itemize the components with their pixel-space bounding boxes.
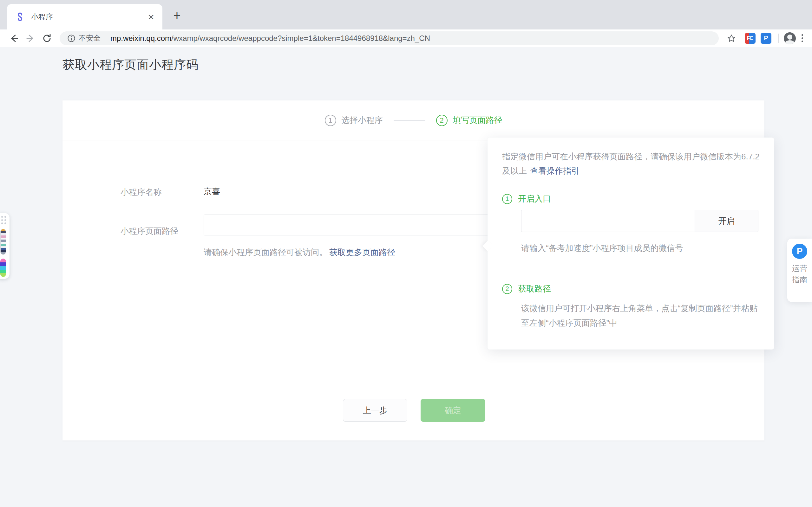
omnibox-divider [105,34,105,43]
popover-step-1-title: 开启入口 [518,193,551,205]
popover-step-connector [507,210,507,275]
path-helper: 请确保小程序页面路径可被访问。获取更多页面路径 [204,247,395,258]
extension-fe-icon[interactable]: FE [745,33,756,44]
path-helper-text: 请确保小程序页面路径可被访问。 [204,247,327,257]
get-more-paths-link[interactable]: 获取更多页面路径 [329,247,395,257]
back-icon[interactable] [6,30,22,47]
tab-close-icon[interactable]: × [148,11,154,22]
page-title: 获取小程序页面小程序码 [62,57,199,73]
view-guide-link[interactable]: 查看操作指引 [530,166,579,176]
site-info-icon[interactable] [67,34,75,43]
popover-intro: 指定微信用户可在小程序获得页面路径，请确保该用户微信版本为6.7.2及以上查看操… [502,150,762,178]
url-path: /wxamp/wxaqrcode/weappcode?simple=1&toke… [171,34,430,43]
popover-step-1-circle: 1 [502,194,512,204]
color-gradient-palette[interactable] [0,259,6,277]
operation-guide-widget[interactable]: P 运营 指南 [787,239,812,302]
browser-toolbar: 不安全 mp.weixin.qq.com/wxamp/wxaqrcode/wea… [0,30,812,47]
stepper-connector [394,120,425,121]
main-card: 1 选择小程序 2 填写页面路径 小程序名称 京喜 小程序页面路径 请确保小程序… [62,101,764,441]
address-bar[interactable]: 不安全 mp.weixin.qq.com/wxamp/wxaqrcode/wea… [60,32,719,45]
confirm-button[interactable]: 确定 [420,399,485,422]
drag-handle-icon[interactable] [1,216,8,224]
step-1-label: 选择小程序 [342,115,383,126]
page-path-input[interactable] [204,215,496,235]
wechat-id-input[interactable] [521,210,695,232]
page-path-label: 小程序页面路径 [120,226,178,237]
stepper: 1 选择小程序 2 填写页面路径 [62,101,764,140]
browser-tab[interactable]: 小程序 × [7,4,162,30]
operation-guide-icon[interactable]: P [792,244,807,259]
color-stripe-palette[interactable] [0,229,6,255]
tab-title: 小程序 [31,12,148,22]
url-domain: mp.weixin.qq.com [110,34,171,43]
prev-step-button[interactable]: 上一步 [343,399,407,422]
toolbar-divider [778,34,779,43]
wechat-id-input-group: 开启 [521,210,758,232]
path-guide-popover: 指定微信用户可在小程序获得页面路径，请确保该用户微信版本为6.7.2及以上查看操… [488,137,774,349]
step-2-circle: 2 [436,115,448,126]
miniprogram-name-value: 京喜 [204,186,220,197]
popover-step-2-circle: 2 [502,284,512,294]
page-body: 获取小程序页面小程序码 1 选择小程序 2 填写页面路径 小程序名称 京喜 小程… [0,47,812,507]
profile-avatar[interactable] [784,32,796,44]
step-select-miniprogram: 1 选择小程序 [325,115,383,126]
popover-step-2-header: 2 获取路径 [502,283,551,294]
browser-menu-icon[interactable] [802,34,803,42]
url-text[interactable]: mp.weixin.qq.com/wxamp/wxaqrcode/weappco… [110,34,430,43]
step-1-circle: 1 [325,115,336,126]
miniprogram-name-label: 小程序名称 [120,187,162,198]
popover-step-2-text: 该微信用户可打开小程序右上角菜单，点击“复制页面路径”并粘贴至左侧“小程序页面路… [521,301,762,330]
step-2-label: 填写页面路径 [453,115,502,126]
reload-icon[interactable] [39,30,55,47]
new-tab-button[interactable]: + [170,8,184,23]
bookmark-star-icon[interactable] [723,30,740,47]
popover-arrow [483,240,493,251]
forward-icon[interactable] [22,30,39,47]
step-fill-page-path: 2 填写页面路径 [436,115,502,126]
extension-p-icon[interactable]: P [761,33,771,44]
browser-tabstrip: 小程序 × + [0,0,812,30]
wechat-id-helper: 请输入“备考加速度”小程序项目成员的微信号 [521,243,683,254]
color-tool-widget[interactable] [0,213,9,279]
weapp-favicon-icon [15,12,25,21]
popover-step-1-header: 1 开启入口 [502,193,551,205]
security-label[interactable]: 不安全 [79,33,101,43]
open-entry-button[interactable]: 开启 [695,210,758,232]
operation-guide-label: 运营 指南 [792,263,807,285]
popover-step-2-title: 获取路径 [518,283,551,294]
action-buttons: 上一步 确定 [343,399,485,422]
